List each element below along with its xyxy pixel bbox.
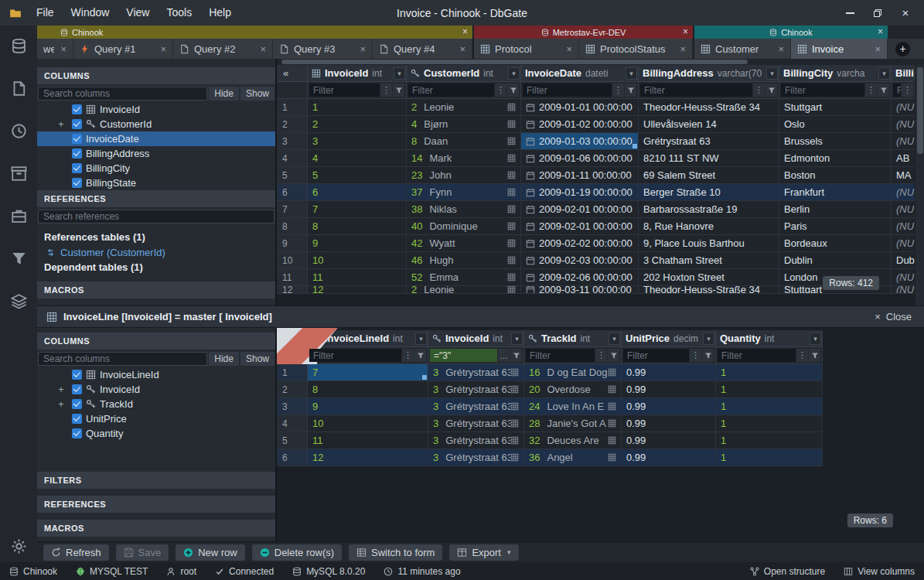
filter-input[interactable]: Filter — [893, 84, 901, 97]
tab-invoice[interactable]: Invoice× — [791, 39, 888, 59]
filter-funnel-button[interactable] — [608, 349, 619, 362]
cell-invoice_id[interactable]: 2 — [308, 116, 407, 132]
cell-track_id[interactable]: 36Angel — [524, 449, 622, 466]
search-columns-input[interactable]: Search columns — [38, 87, 207, 101]
vertical-scrollbar[interactable] — [915, 65, 924, 305]
new-row-button[interactable]: New row — [176, 544, 245, 561]
search-references-input[interactable]: Search references — [38, 210, 274, 223]
row-number[interactable]: 9 — [277, 235, 308, 251]
cell-customer_id[interactable]: 37Fynn — [407, 184, 521, 200]
tab-customer[interactable]: Customer× — [694, 39, 791, 59]
cell-billing_address[interactable]: 8, Rue Hanovre — [639, 218, 779, 234]
column-item-unitprice[interactable]: UnitPrice — [37, 411, 275, 426]
menu-view[interactable]: View — [118, 0, 158, 26]
cell-customer_id[interactable]: 46Hugh — [407, 252, 521, 268]
cell-billing_city[interactable]: Dublin — [779, 252, 892, 268]
cell-billing_city[interactable]: Frankfurt — [779, 184, 892, 200]
cell-invoice_date[interactable]: 2009-03-11 00:00:00 — [521, 286, 639, 293]
cell-invoice_id[interactable]: 12 — [308, 286, 407, 293]
cell-invoice_id[interactable]: 6 — [308, 184, 407, 200]
cell-billing_city[interactable]: Bordeaux — [779, 235, 892, 251]
cell-invoice_line_id[interactable]: 12 — [308, 449, 428, 466]
column-menu-button[interactable]: ▾ — [394, 67, 405, 80]
cell-billing_address[interactable]: Barbarossastraße 19 — [639, 201, 779, 217]
search-columns-input[interactable]: Search columns — [38, 352, 207, 366]
cell-customer_id[interactable]: 2Leonie — [407, 286, 521, 293]
filter-funnel-button[interactable] — [625, 84, 636, 97]
column-menu-button[interactable]: ▾ — [609, 333, 620, 345]
tab-close-icon[interactable]: × — [868, 43, 881, 55]
cell-track_id[interactable]: 20Overdose — [524, 381, 622, 397]
export-button[interactable]: Export▾ — [449, 544, 518, 561]
filter-input[interactable]: Filter — [718, 349, 796, 362]
minimize-button[interactable] — [836, 3, 864, 23]
filter-options-button[interactable]: ⋮ — [612, 84, 624, 97]
column-menu-button[interactable]: ▾ — [878, 67, 890, 80]
cell-customer_id[interactable]: 4Bjørn — [407, 116, 521, 132]
restore-button[interactable] — [864, 3, 892, 23]
row-number[interactable]: 1 — [277, 99, 308, 115]
menu-help[interactable]: Help — [200, 0, 240, 26]
checkbox-checked[interactable] — [72, 178, 82, 188]
column-header-trackid[interactable]: TrackIdint▾ — [524, 330, 622, 346]
filter-funnel-button[interactable] — [765, 84, 777, 97]
cell-customer_id[interactable]: 8Daan — [407, 133, 521, 149]
filter-options-button[interactable]: ⋮ — [902, 84, 913, 97]
row-number[interactable]: 6 — [277, 449, 308, 466]
collapse-panel-button[interactable]: « — [277, 65, 308, 81]
row-number[interactable]: 5 — [277, 432, 308, 449]
column-menu-button[interactable]: ▾ — [415, 333, 427, 345]
cell-track_id[interactable]: 28Janie's Got A — [524, 415, 622, 432]
filter-options-button[interactable]: ⋮ — [690, 349, 701, 362]
filter-funnel-button[interactable] — [702, 349, 714, 362]
menu-tools[interactable]: Tools — [158, 0, 200, 26]
tab-close-icon[interactable]: × — [154, 43, 166, 55]
checkbox-checked[interactable] — [72, 399, 82, 409]
column-header-unitprice[interactable]: UnitPricedecim▾ — [622, 330, 716, 346]
filter-options-button[interactable]: ⋮ — [865, 84, 877, 97]
cell-quantity[interactable]: 1 — [716, 415, 823, 432]
column-header-invoicedate[interactable]: InvoiceDatedateti▾ — [521, 65, 639, 81]
clear-filters-button[interactable] — [277, 347, 308, 363]
references-section-header[interactable]: REFERENCES — [37, 496, 275, 513]
tab-close-icon[interactable]: × — [772, 43, 784, 55]
cell-track_id[interactable]: 32Deuces Are — [524, 432, 622, 449]
switch-to-form-button[interactable]: Switch to form — [349, 544, 442, 561]
cell-invoice_line_id[interactable]: 8 — [308, 381, 428, 397]
hide-columns-button[interactable]: Hide — [209, 87, 239, 101]
cell-customer_id[interactable]: 38Niklas — [407, 201, 521, 217]
cell-invoice_id[interactable]: 3 — [308, 133, 407, 149]
horizontal-scrollbar[interactable] — [277, 59, 924, 65]
checkbox-checked[interactable] — [72, 134, 82, 144]
macros-section-header[interactable]: MACROS — [37, 520, 275, 537]
filter-funnel-button[interactable] — [393, 84, 404, 97]
cell-invoice_date[interactable]: 2009-02-01 00:00:00 — [521, 201, 639, 217]
cell-invoice_id[interactable]: 10 — [308, 252, 407, 268]
cell-quantity[interactable]: 1 — [716, 398, 823, 415]
cell-billing_city[interactable]: Paris — [779, 218, 892, 234]
filter-funnel-button[interactable] — [507, 84, 519, 97]
column-item-invoicedate[interactable]: InvoiceDate — [37, 131, 275, 146]
cell-invoice_id[interactable]: 3Grétrystraat 63 — [428, 415, 524, 432]
row-number[interactable]: 2 — [277, 116, 308, 132]
column-header-quantity[interactable]: Quantityint▾ — [716, 330, 823, 346]
filter-funnel-button[interactable] — [809, 349, 820, 362]
cell-billing_address[interactable]: Theodor-Heuss-Straße 34 — [639, 286, 779, 293]
checkbox-checked[interactable] — [72, 384, 82, 394]
cell-invoice_date[interactable]: 2009-01-03 00:00:00 — [521, 133, 639, 149]
tab-close-icon[interactable]: × — [560, 43, 572, 55]
cell-billing_city[interactable]: Edmonton — [779, 150, 892, 166]
cell-unit_price[interactable]: 0.99 — [622, 398, 716, 415]
cell-billing_city[interactable]: Boston — [779, 167, 892, 183]
cell-billing_address[interactable]: 202 Hoxton Street — [639, 269, 779, 285]
cell-track_id[interactable]: 16D og Eat Dog — [524, 364, 622, 380]
column-header-invoiceid[interactable]: InvoiceIdint▾ — [308, 65, 407, 81]
cell-invoice_id[interactable]: 5 — [308, 167, 407, 183]
rail-archive-button[interactable] — [0, 165, 37, 182]
cell-invoice_id[interactable]: 9 — [308, 235, 407, 251]
show-columns-button[interactable]: Show — [240, 87, 274, 101]
column-menu-button[interactable]: ▾ — [511, 333, 523, 345]
rail-history-button[interactable] — [0, 123, 37, 139]
hide-columns-button[interactable]: Hide — [209, 352, 239, 366]
cell-customer_id[interactable]: 23John — [407, 167, 521, 183]
